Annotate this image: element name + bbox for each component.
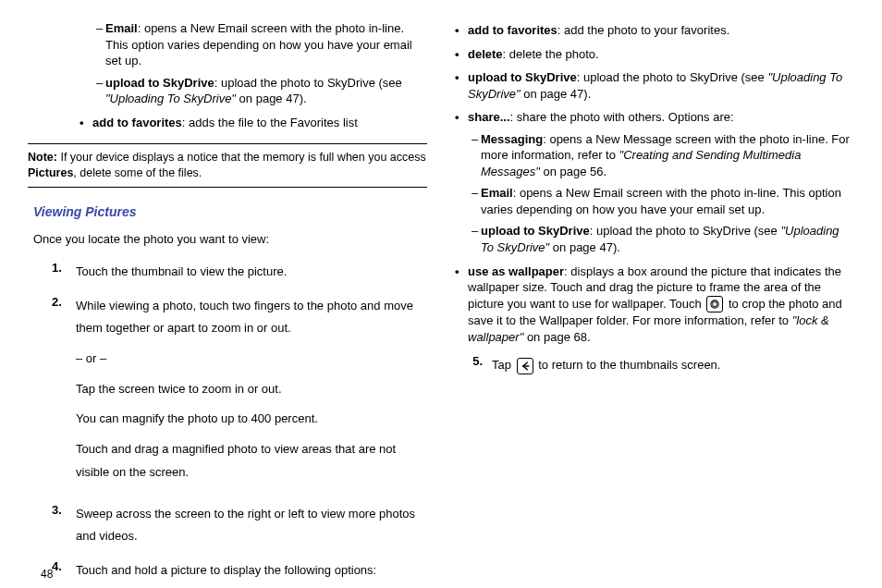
step-2: 2. While viewing a photo, touch two fing… — [52, 295, 427, 492]
note-post: , delete some of the files. — [73, 166, 202, 179]
label: delete — [468, 47, 503, 61]
crop-icon — [706, 296, 723, 312]
label: upload to SkyDrive — [468, 70, 577, 84]
text-post: on page 47). — [521, 87, 592, 101]
step-1: 1. Touch the thumbnail to view the pictu… — [52, 261, 427, 284]
label-upload: upload to SkyDrive — [105, 76, 214, 90]
dot-marker: • — [455, 69, 468, 102]
step-number: 4. — [52, 559, 76, 582]
text-upload-post: on page 47). — [236, 92, 307, 105]
label: Messaging — [481, 132, 543, 146]
note-block: Note: If your device displays a notice t… — [28, 143, 427, 188]
dot-marker: • — [80, 115, 92, 131]
step-2-drag: Touch and drag a magnified photo to view… — [76, 438, 427, 484]
dash-marker: – — [472, 185, 481, 217]
label: use as wallpaper — [468, 264, 564, 278]
dash-marker: – — [472, 223, 481, 255]
svg-point-0 — [711, 300, 718, 308]
step-number: 5. — [455, 354, 492, 377]
step-5-pre: Tap — [492, 358, 515, 372]
step-2-or: – or – — [76, 348, 427, 371]
dot-item-add-favorites: • add to favorites: add the photo to you… — [455, 22, 854, 39]
left-column: – Email: opens a New Email screen with t… — [28, 18, 427, 555]
dot-item-delete: • delete: delete the photo. — [455, 46, 854, 63]
text: : opens a New Email screen with the phot… — [481, 186, 841, 216]
step-body: Touch the thumbnail to view the picture. — [76, 261, 287, 284]
step-3: 3. Sweep across the screen to the right … — [52, 503, 427, 548]
dash-item-upload-skydrive: – upload to SkyDrive: upload the photo t… — [472, 223, 854, 255]
label: share... — [468, 110, 510, 124]
dot-marker: • — [455, 46, 468, 63]
label: upload to SkyDrive — [481, 224, 590, 238]
step-number: 1. — [52, 261, 76, 284]
step-body: Touch and hold a picture to display the … — [76, 559, 376, 582]
label-addfav: add to favorites — [92, 116, 182, 129]
dot-marker: • — [455, 22, 468, 39]
text-post: on page 47). — [549, 240, 620, 254]
ref-upload: "Uploading To SkyDrive" — [105, 92, 236, 105]
note-label: Note: — [28, 151, 57, 164]
step-2-text: While viewing a photo, touch two fingers… — [76, 295, 427, 340]
heading-viewing-pictures: Viewing Pictures — [33, 204, 427, 219]
text: : delete the photo. — [503, 47, 599, 61]
label-email: Email — [105, 21, 138, 35]
dash-item-email: – Email: opens a New Email screen with t… — [96, 20, 427, 69]
text-upload-pre: : upload the photo to SkyDrive (see — [214, 76, 402, 90]
note-bold: Pictures — [28, 166, 73, 179]
text: : share the photo with others. Options a… — [510, 110, 734, 124]
text-post: on page 68. — [523, 330, 590, 344]
text-email: : opens a New Email screen with the phot… — [105, 21, 412, 67]
step-number: 2. — [52, 295, 76, 492]
dash-item-upload-skydrive: – upload to SkyDrive: upload the photo t… — [96, 75, 427, 107]
label: Email — [481, 186, 513, 200]
label: add to favorites — [468, 23, 557, 37]
step-4: 4. Touch and hold a picture to display t… — [52, 559, 427, 582]
step-body: Sweep across the screen to the right or … — [76, 503, 427, 548]
dot-item-share: • share...: share the photo with others.… — [455, 109, 854, 126]
dot-marker: • — [455, 263, 468, 346]
dash-item-email: – Email: opens a New Email screen with t… — [472, 185, 854, 217]
text-pre: : upload the photo to SkyDrive (see — [590, 224, 781, 238]
text-addfav: : adds the file to the Favorites list — [182, 116, 358, 129]
step-number: 3. — [52, 503, 76, 548]
intro-text: Once you locate the photo you want to vi… — [33, 232, 427, 246]
dot-item-add-favorites: • add to favorites: adds the file to the… — [80, 115, 427, 131]
back-arrow-icon — [517, 358, 533, 374]
dash-marker: – — [96, 20, 105, 69]
right-column: • add to favorites: add the photo to you… — [455, 18, 854, 555]
dash-item-messaging: – Messaging: opens a New Message screen … — [472, 131, 854, 180]
dot-item-upload-skydrive: • upload to SkyDrive: upload the photo t… — [455, 69, 854, 102]
dot-marker: • — [455, 109, 468, 126]
step-5-post: to return to the thumbnails screen. — [535, 358, 721, 372]
step-5: 5. Tap to return to the thumbnails scree… — [455, 354, 854, 377]
dot-item-use-as-wallpaper: • use as wallpaper: displays a box aroun… — [455, 263, 854, 346]
text-pre: : upload the photo to SkyDrive (see — [577, 70, 768, 84]
step-2-tap: Tap the screen twice to zoom in or out. — [76, 378, 427, 401]
text-post: on page 56. — [540, 165, 606, 178]
step-2-magnify: You can magnify the photo up to 400 perc… — [76, 408, 427, 431]
dash-marker: – — [472, 131, 481, 180]
text: : add the photo to your favorites. — [557, 23, 729, 37]
note-pre: If your device displays a notice that th… — [57, 151, 426, 164]
dash-marker: – — [96, 75, 105, 107]
